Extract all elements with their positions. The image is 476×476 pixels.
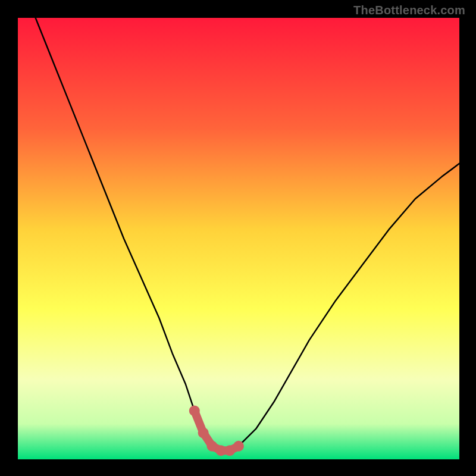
plot-background — [18, 18, 459, 459]
bottleneck-chart — [0, 0, 476, 476]
sweet-spot-marker — [233, 441, 244, 452]
sweet-spot-marker — [198, 427, 209, 438]
sweet-spot-marker — [189, 405, 200, 416]
watermark-text: TheBottleneck.com — [353, 4, 465, 17]
chart-stage: TheBottleneck.com — [0, 0, 476, 476]
